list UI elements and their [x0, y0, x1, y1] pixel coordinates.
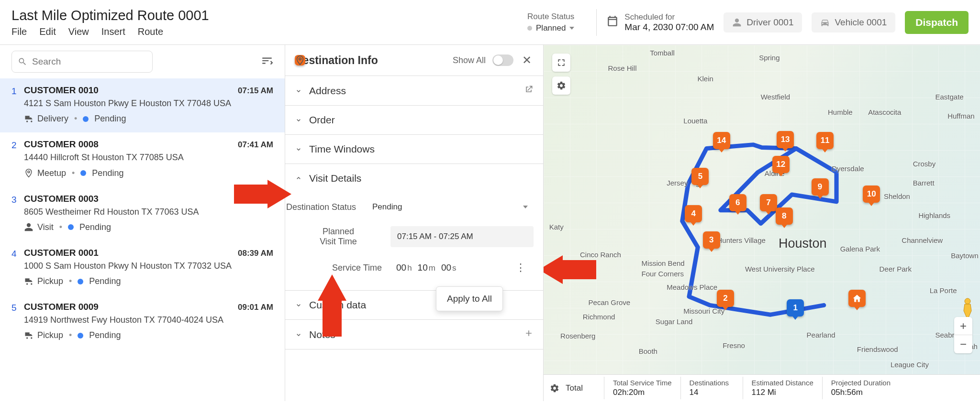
menu-insert[interactable]: Insert [101, 26, 125, 37]
stop-address: 1000 S Sam Houston Pkwy N Houston TX 770… [24, 260, 273, 272]
dest-info-title: Destination Info [295, 54, 446, 67]
map-pin[interactable]: 4 [685, 205, 702, 222]
scheduled-for[interactable]: Scheduled for Mar 4, 2030 07:00 AM [606, 12, 714, 33]
main: 1CUSTOMER 001007:15 AM4121 S Sam Houston… [0, 45, 980, 401]
map-pin-home[interactable] [848, 290, 866, 307]
top-bar: Last Mile Optimized Route 0001 File Edit… [0, 0, 980, 45]
annotation-arrow-up [318, 274, 346, 337]
vehicle-chip[interactable]: Vehicle 0001 [812, 12, 895, 33]
stop-type: Visit [24, 222, 54, 232]
chevron-down-icon [295, 331, 302, 338]
map-pin[interactable]: 13 [777, 131, 794, 148]
map-pin[interactable]: 9 [812, 178, 829, 196]
dest-status-row: Destination Status Pending [285, 193, 543, 221]
section-address[interactable]: Address [285, 76, 543, 106]
menu-route[interactable]: Route [138, 26, 163, 37]
route-line [544, 45, 980, 401]
map-settings-button[interactable] [552, 76, 570, 95]
stop-item[interactable]: 5CUSTOMER 000909:01 AM14919 Northwest Fw… [0, 295, 285, 349]
stop-time: 08:39 AM [238, 249, 273, 258]
zoom-in-button[interactable]: + [954, 317, 972, 335]
fullscreen-button[interactable] [552, 54, 570, 72]
section-time-windows[interactable]: Time Windows [285, 135, 543, 164]
stop-status: Pending [89, 330, 121, 340]
stop-customer: CUSTOMER 0010 [24, 85, 99, 96]
route-status-select[interactable]: Planned [527, 23, 587, 33]
stops-panel: 1CUSTOMER 001007:15 AM4121 S Sam Houston… [0, 45, 285, 401]
map-pin[interactable]: 3 [703, 231, 720, 249]
map-pin[interactable]: 14 [713, 132, 730, 149]
planned-visit-row: Planned Visit Time 07:15 AM - 07:25 AM [285, 221, 543, 252]
topbar-left: Last Mile Optimized Route 0001 File Edit… [11, 0, 527, 44]
vehicle-label: Vehicle 0001 [835, 17, 887, 28]
map-pin[interactable]: 6 [729, 194, 746, 211]
stop-status: Pending [92, 168, 123, 178]
map-pin[interactable]: 1 [787, 299, 804, 317]
route-status-value: Planned [536, 23, 566, 33]
search-box[interactable] [11, 51, 153, 73]
stop-customer: CUSTOMER 0003 [24, 194, 99, 204]
section-order[interactable]: Order [285, 106, 543, 135]
stop-status: Pending [94, 114, 126, 124]
planned-visit-value: 07:15 AM - 07:25 AM [390, 226, 534, 247]
sort-icon[interactable] [261, 55, 273, 69]
add-icon[interactable] [524, 328, 534, 340]
service-time-input[interactable]: 00h 10m 00s ⋮ [390, 257, 534, 279]
chevron-down-icon [295, 145, 302, 153]
stop-number: 5 [11, 303, 17, 313]
chevron-down-icon [295, 87, 302, 95]
menu-file[interactable]: File [11, 26, 27, 37]
stop-address: 14919 Northwest Fwy Houston TX 77040-402… [24, 314, 273, 326]
stop-customer: CUSTOMER 0009 [24, 302, 99, 312]
stop-status: Pending [89, 276, 121, 286]
route-status-label: Route Status [527, 12, 587, 22]
map-pin[interactable]: 8 [776, 207, 793, 225]
open-external-icon[interactable] [524, 85, 534, 97]
menu-edit[interactable]: Edit [39, 26, 56, 37]
show-all-toggle[interactable] [492, 55, 513, 66]
summary-cell: Estimated Distance112 Mi [743, 377, 822, 399]
status-dot-icon [527, 26, 532, 31]
map-pin[interactable]: 5 [691, 168, 709, 185]
topbar-right: Route Status Planned Scheduled for Mar 4… [527, 0, 969, 44]
map-pin[interactable]: 2 [717, 290, 734, 307]
kebab-icon[interactable]: ⋮ [513, 262, 528, 274]
summary-cell: Total Service Time02h:20m [604, 377, 680, 399]
driver-label: Driver 0001 [746, 17, 793, 28]
stop-type: Delivery [24, 114, 68, 124]
stop-type: Pickup [24, 276, 63, 286]
destination-info-panel: Destination Info Show All ✕ Address Orde… [285, 45, 544, 401]
dispatch-button[interactable]: Dispatch [905, 11, 969, 34]
stop-address: 4121 S Sam Houston Pkwy E Houston TX 770… [24, 98, 273, 109]
stops-list[interactable]: 1CUSTOMER 001007:15 AM4121 S Sam Houston… [0, 78, 285, 401]
section-visit-details[interactable]: Visit Details [285, 164, 543, 193]
dest-status-select[interactable]: Pending [367, 197, 534, 217]
menu-view[interactable]: View [68, 26, 89, 37]
apply-to-all-popover[interactable]: Apply to All [436, 286, 503, 311]
pin-icon [295, 55, 305, 66]
svg-point-0 [965, 298, 970, 304]
person-icon [732, 18, 742, 27]
vehicle-icon [820, 18, 830, 27]
map-panel[interactable]: HoustonTomballSpringRose HillKleinWestfi… [544, 45, 980, 401]
total-label: Total [566, 383, 604, 393]
stop-status: Pending [79, 222, 111, 232]
planned-visit-label: Planned Visit Time [295, 227, 390, 247]
calendar-icon [606, 15, 619, 30]
map-pin[interactable]: 11 [816, 132, 834, 149]
annotation-arrow-right [544, 255, 596, 284]
stop-item[interactable]: 2CUSTOMER 000807:41 AM14440 Hillcroft St… [0, 132, 285, 186]
map-pin[interactable]: 7 [760, 194, 777, 211]
map-pin[interactable]: 10 [863, 186, 880, 203]
stop-item[interactable]: 4CUSTOMER 000108:39 AM1000 S Sam Houston… [0, 241, 285, 295]
map-pin[interactable]: 12 [772, 156, 790, 173]
driver-chip[interactable]: Driver 0001 [724, 12, 802, 33]
close-icon[interactable]: ✕ [520, 54, 534, 67]
stop-time: 09:01 AM [238, 303, 273, 312]
summary-cell: Projected Duration05h:56m [822, 377, 899, 399]
zoom-out-button[interactable]: − [954, 335, 972, 353]
stop-item[interactable]: 1CUSTOMER 001007:15 AM4121 S Sam Houston… [0, 78, 285, 132]
dest-info-header: Destination Info Show All ✕ [285, 45, 543, 76]
summary-settings-icon[interactable] [544, 383, 566, 393]
search-input[interactable] [31, 56, 146, 67]
